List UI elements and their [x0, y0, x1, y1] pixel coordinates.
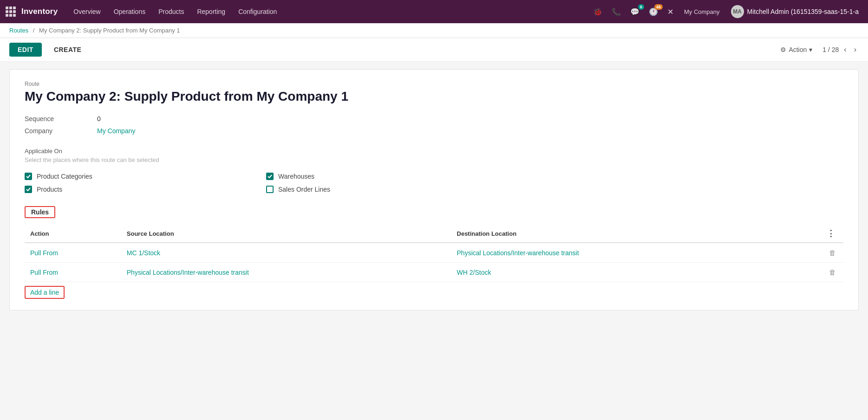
edit-button[interactable]: EDIT	[9, 43, 42, 57]
rule-source-1[interactable]: Physical Locations/Inter-warehouse trans…	[121, 263, 451, 282]
breadcrumb: Routes / My Company 2: Supply Product fr…	[0, 23, 868, 38]
table-row: Pull From Physical Locations/Inter-wareh…	[25, 263, 843, 282]
applicable-on-label: Applicable On	[25, 148, 843, 155]
clock-icon-button[interactable]: 🕐 46	[646, 5, 661, 19]
table-row: Pull From MC 1/Stock Physical Locations/…	[25, 243, 843, 263]
col-source: Source Location	[121, 225, 451, 243]
sequence-value: 0	[97, 115, 257, 123]
rules-header: Rules	[25, 206, 55, 218]
products-row: Products	[25, 186, 127, 193]
action-label: Action	[789, 46, 807, 53]
rule-delete-1-button[interactable]: 🗑	[827, 267, 838, 277]
rule-delete-1-cell: 🗑	[781, 263, 843, 282]
checkboxes-grid: Product Categories Warehouses Products S…	[25, 173, 843, 193]
rule-source-0[interactable]: MC 1/Stock	[121, 243, 451, 263]
rule-action-0[interactable]: Pull From	[25, 243, 121, 263]
warehouses-row: Warehouses	[266, 173, 368, 180]
pagination-text: 1 / 28	[822, 46, 839, 53]
applicable-on-section: Applicable On Select the places where th…	[25, 148, 843, 163]
pagination-prev-button[interactable]: ‹	[842, 45, 848, 55]
create-button[interactable]: CREATE	[47, 43, 88, 57]
sequence-label: Sequence	[25, 115, 90, 123]
rules-section: Rules Action Source Location Destination…	[25, 206, 843, 299]
add-line-box: Add a line	[25, 286, 65, 299]
action-button[interactable]: ⚙ Action ▾	[776, 43, 817, 56]
top-navigation: Inventory Overview Operations Products R…	[0, 0, 868, 23]
rules-table-header-row: Action Source Location Destination Locat…	[25, 225, 843, 243]
form-fields: Sequence 0 Company My Company	[25, 115, 257, 135]
rule-action-1[interactable]: Pull From	[25, 263, 121, 282]
chat-icon-button[interactable]: 💬 6	[627, 5, 643, 19]
product-categories-label: Product Categories	[37, 173, 92, 180]
warehouses-label: Warehouses	[278, 173, 314, 180]
close-icon-button[interactable]: ✕	[664, 5, 677, 19]
col-destination: Destination Location	[451, 225, 782, 243]
nav-item-overview[interactable]: Overview	[68, 5, 106, 18]
main-form: Route My Company 2: Supply Product from …	[9, 69, 859, 310]
breadcrumb-current: My Company 2: Supply Product from My Com…	[39, 27, 180, 34]
user-name: Mitchell Admin (16151359-saas-15-1-a	[747, 8, 859, 15]
sales-order-lines-row: Sales Order Lines	[266, 186, 368, 193]
company-label: Company	[25, 127, 90, 135]
products-label: Products	[37, 186, 62, 193]
applicable-on-hint: Select the places where this route can b…	[25, 156, 843, 163]
nav-item-configuration[interactable]: Configuration	[233, 5, 282, 18]
sales-order-lines-label: Sales Order Lines	[278, 186, 330, 193]
rule-delete-0-cell: 🗑	[781, 243, 843, 263]
chevron-down-icon: ▾	[809, 46, 812, 53]
company-selector[interactable]: My Company	[679, 6, 724, 18]
rule-delete-0-button[interactable]: 🗑	[827, 248, 838, 258]
add-line-button[interactable]: Add a line	[26, 287, 64, 298]
pagination-next-button[interactable]: ›	[852, 45, 859, 55]
route-title: My Company 2: Supply Product from My Com…	[25, 89, 843, 104]
sales-order-lines-checkbox[interactable]	[266, 186, 274, 193]
chat-badge: 6	[638, 4, 644, 10]
pagination: 1 / 28 ‹ ›	[822, 45, 859, 55]
products-checkbox[interactable]	[25, 186, 32, 193]
company-value[interactable]: My Company	[97, 127, 257, 135]
clock-badge: 46	[654, 4, 663, 10]
gear-icon: ⚙	[780, 46, 786, 53]
col-action: Action	[25, 225, 121, 243]
route-label: Route	[25, 81, 843, 87]
toolbar: EDIT CREATE ⚙ Action ▾ 1 / 28 ‹ ›	[0, 38, 868, 62]
warehouses-checkbox[interactable]	[266, 173, 274, 180]
breadcrumb-separator: /	[33, 27, 35, 34]
user-menu[interactable]: MA Mitchell Admin (16151359-saas-15-1-a	[727, 3, 862, 20]
rules-table: Action Source Location Destination Locat…	[25, 225, 843, 282]
breadcrumb-parent-link[interactable]: Routes	[9, 27, 28, 34]
product-categories-checkbox[interactable]	[25, 173, 32, 180]
nav-item-products[interactable]: Products	[153, 5, 189, 18]
avatar: MA	[731, 5, 744, 18]
product-categories-row: Product Categories	[25, 173, 127, 180]
phone-icon-button[interactable]: 📞	[608, 5, 624, 19]
rule-destination-1[interactable]: WH 2/Stock	[451, 263, 782, 282]
app-brand: Inventory	[21, 7, 58, 16]
col-actions: ⋮	[781, 225, 843, 243]
nav-item-reporting[interactable]: Reporting	[191, 5, 231, 18]
nav-item-operations[interactable]: Operations	[108, 5, 151, 18]
table-kebab-menu-icon[interactable]: ⋮	[824, 228, 838, 239]
bug-icon-button[interactable]: 🐞	[590, 5, 606, 19]
apps-menu-icon[interactable]	[6, 6, 16, 17]
rule-destination-0[interactable]: Physical Locations/Inter-warehouse trans…	[451, 243, 782, 263]
